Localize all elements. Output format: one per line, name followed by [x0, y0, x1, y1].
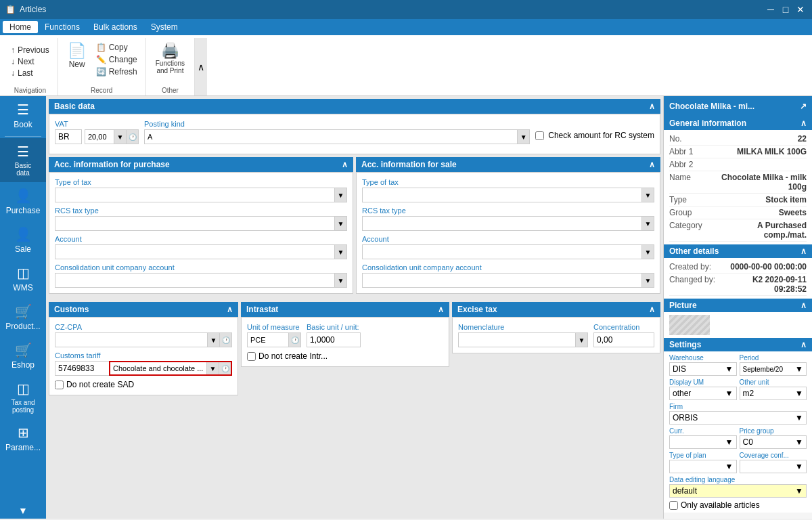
only-available-checkbox[interactable]: [669, 501, 678, 510]
display-um-input[interactable]: other ▼: [669, 387, 737, 400]
purchase-tax-dropdown[interactable]: ▼: [334, 188, 346, 202]
menu-bulk-actions[interactable]: Bulk actions: [87, 21, 144, 33]
new-button[interactable]: 📄 New: [64, 42, 91, 70]
sidebar-item-tax-posting[interactable]: ◫ Tax and posting: [0, 375, 46, 419]
type-of-plan-input[interactable]: ▼: [669, 460, 737, 473]
warehouse-input[interactable]: DIS ▼: [669, 362, 737, 376]
uom-dropdown[interactable]: 🕐: [288, 333, 300, 347]
intrastat-collapse[interactable]: ∧: [438, 305, 444, 314]
sale-account-dropdown[interactable]: ▼: [641, 245, 654, 259]
menu-system[interactable]: System: [144, 21, 185, 33]
period-input[interactable]: Septembe/20 ▼: [740, 362, 807, 376]
next-button[interactable]: ↓ Next: [8, 56, 52, 67]
data-editing-dropdown-icon[interactable]: ▼: [795, 486, 803, 496]
picture-collapse[interactable]: ∧: [800, 301, 807, 310]
do-not-create-intr-checkbox[interactable]: [247, 352, 256, 361]
nomenclature-input[interactable]: ▼: [458, 332, 588, 347]
purchase-account-dropdown[interactable]: ▼: [334, 245, 346, 259]
copy-button[interactable]: 📋 Copy: [93, 42, 140, 53]
sale-consolidation-input[interactable]: ▼: [362, 273, 654, 288]
menu-home[interactable]: Home: [3, 21, 38, 33]
other-unit-dropdown-icon[interactable]: ▼: [795, 389, 803, 398]
curr-dropdown-icon[interactable]: ▼: [725, 437, 734, 447]
intrastat-header[interactable]: Intrastat ∧: [241, 302, 449, 317]
period-dropdown-icon[interactable]: ▼: [795, 364, 803, 374]
minimize-button[interactable]: ─: [765, 3, 777, 16]
firm-input[interactable]: ORBIS ▼: [669, 411, 807, 425]
excise-header[interactable]: Excise tax ∧: [452, 302, 660, 317]
warehouse-dropdown-icon[interactable]: ▼: [725, 364, 734, 374]
general-info-header[interactable]: General information ∧: [664, 116, 812, 130]
purchase-rcs-dropdown[interactable]: ▼: [334, 217, 346, 230]
picture-header[interactable]: Picture ∧: [664, 299, 812, 312]
sidebar-item-book[interactable]: ☰ Book: [0, 96, 46, 135]
external-link-icon[interactable]: ↗: [800, 102, 807, 111]
sidebar-item-eshop[interactable]: 🛒 Eshop: [0, 337, 46, 375]
settings-header[interactable]: Settings ∧: [664, 338, 812, 351]
refresh-button[interactable]: 🔄 Refresh: [93, 66, 140, 77]
posting-kind-input[interactable]: ▼: [144, 129, 530, 144]
concentration-input[interactable]: 0,00: [593, 332, 654, 347]
display-um-dropdown-icon[interactable]: ▼: [725, 389, 734, 398]
cz-cpa-input[interactable]: ▼ 🕐: [55, 332, 232, 347]
cz-cpa-clock[interactable]: 🕐: [219, 333, 231, 347]
sale-consolidation-dropdown[interactable]: ▼: [641, 274, 654, 287]
customs-header[interactable]: Customs ∧: [49, 302, 238, 317]
purchase-consolidation-dropdown[interactable]: ▼: [334, 274, 346, 287]
basic-unit-input[interactable]: 1,0000: [307, 332, 361, 347]
maximize-button[interactable]: □: [780, 3, 792, 16]
ribbon-collapse-button[interactable]: ∧: [195, 38, 207, 95]
tariff-clock[interactable]: 🕐: [219, 362, 231, 374]
purchase-consolidation-input[interactable]: ▼: [55, 273, 347, 288]
sidebar-item-params[interactable]: ⊞ Parame...: [0, 419, 46, 458]
acc-purchase-collapse[interactable]: ∧: [342, 160, 348, 169]
unit-of-measure-input[interactable]: 🕐: [247, 332, 301, 347]
price-group-dropdown-icon[interactable]: ▼: [795, 437, 803, 447]
sidebar-item-sale[interactable]: 👤 Sale: [0, 221, 46, 259]
coverage-dropdown-icon[interactable]: ▼: [795, 462, 803, 471]
sidebar-item-products[interactable]: 🛒 Product...: [0, 298, 46, 337]
rc-check-checkbox[interactable]: [535, 131, 544, 140]
vat-code-input[interactable]: BR: [55, 129, 82, 144]
functions-print-button[interactable]: 🖨️ Functions and Print: [152, 42, 189, 76]
general-collapse[interactable]: ∧: [800, 118, 807, 128]
tariff-dropdown[interactable]: ▼: [206, 362, 219, 374]
purchase-account-input[interactable]: ▼: [55, 244, 347, 259]
sale-account-input[interactable]: ▼: [362, 244, 654, 259]
acc-sale-collapse[interactable]: ∧: [649, 160, 655, 169]
firm-dropdown-icon[interactable]: ▼: [795, 413, 803, 422]
acc-sale-header[interactable]: Acc. information for sale ∧: [356, 157, 660, 172]
posting-kind-dropdown[interactable]: ▼: [517, 130, 529, 144]
other-unit-input[interactable]: m2 ▼: [740, 387, 807, 400]
other-details-header[interactable]: Other details ∧: [664, 244, 812, 258]
sidebar-item-wms[interactable]: ◫ WMS: [0, 259, 46, 298]
basic-data-header[interactable]: Basic data ∧: [49, 99, 660, 114]
last-button[interactable]: ↓ Last: [8, 68, 52, 79]
sale-tax-type-input[interactable]: ▼: [362, 188, 654, 202]
change-button[interactable]: ✏️ Change: [93, 54, 140, 65]
previous-button[interactable]: ↑ Previous: [8, 45, 52, 56]
sale-tax-dropdown[interactable]: ▼: [641, 188, 654, 202]
purchase-tax-type-input[interactable]: ▼: [55, 188, 347, 202]
sale-rcs-dropdown[interactable]: ▼: [641, 217, 654, 230]
close-button[interactable]: ✕: [794, 3, 807, 16]
other-details-collapse[interactable]: ∧: [800, 246, 807, 256]
menu-functions[interactable]: Functions: [38, 21, 87, 33]
curr-input[interactable]: ▼: [669, 435, 737, 449]
settings-collapse[interactable]: ∧: [800, 340, 807, 349]
type-of-plan-dropdown-icon[interactable]: ▼: [725, 462, 734, 471]
sale-rcs-input[interactable]: ▼: [362, 216, 654, 231]
excise-collapse[interactable]: ∧: [649, 305, 655, 314]
vat-percent-input[interactable]: ▼ 🕐: [85, 129, 139, 144]
vat-clock-btn[interactable]: 🕐: [126, 130, 138, 144]
data-editing-input[interactable]: default ▼: [669, 484, 807, 498]
sidebar-item-basic-data[interactable]: ☰ Basic data: [0, 138, 46, 182]
coverage-input[interactable]: ▼: [740, 460, 807, 473]
tariff-desc-input[interactable]: ▼ 🕐: [109, 361, 232, 376]
tariff-code-input[interactable]: 57469833: [55, 361, 109, 376]
vat-dropdown-btn[interactable]: ▼: [114, 130, 126, 144]
sidebar-scroll-down[interactable]: ▼: [16, 502, 30, 519]
cz-cpa-dropdown[interactable]: ▼: [207, 333, 219, 347]
basic-data-collapse[interactable]: ∧: [649, 102, 655, 111]
customs-collapse[interactable]: ∧: [227, 305, 233, 314]
